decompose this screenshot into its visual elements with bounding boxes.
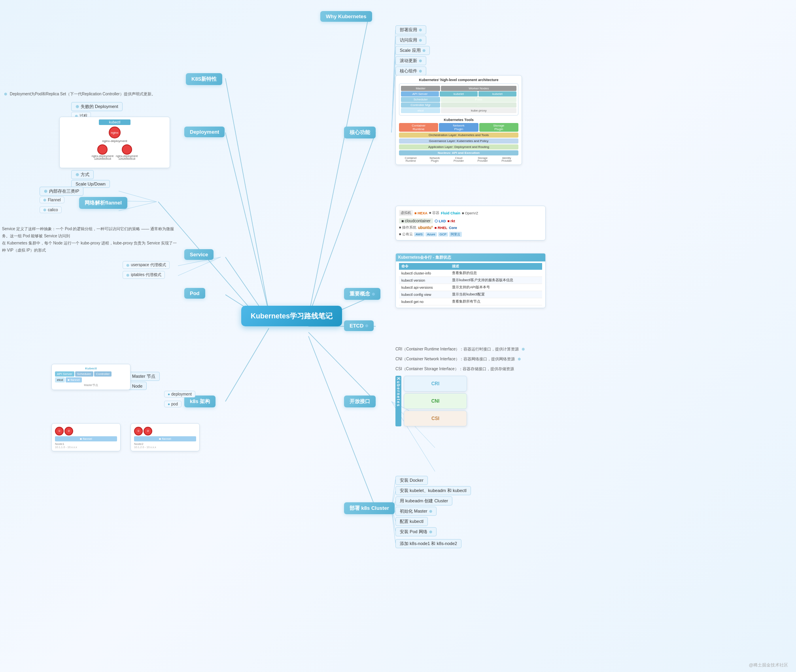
node-service: Service bbox=[184, 249, 214, 260]
table-row: kubectl version 显示kubectl客户支持的服务器版本信息 bbox=[399, 277, 542, 284]
node-network: 网络解析flannel bbox=[79, 197, 127, 209]
node-deploy-cluster: 部署 k8s Cluster bbox=[344, 502, 395, 514]
deployment-label: Deployment bbox=[190, 129, 219, 135]
cluster-status-title: Kubernetes会令行 - 集群状态 bbox=[396, 254, 545, 261]
cri-box: CRI bbox=[404, 376, 467, 392]
node-add-nodes: 添加 k8s-node1 和 k8s-node2 bbox=[395, 539, 461, 548]
worker-node-1-diagram: ① ② ■ flannel Node1 10.1.1.0 - 10.x.x.x bbox=[51, 423, 121, 451]
col-desc: 描述 bbox=[450, 263, 542, 270]
cni-desc: CNI（Container Network Interface）：容器网络接口，… bbox=[395, 356, 521, 362]
why-label: Why Kubernetes bbox=[326, 13, 367, 19]
node-failed-deploy: ⊕ 失败的 Deployment bbox=[71, 102, 123, 111]
service-desc: Service 定义了这样一种抽象：一个 Pod 的逻辑分组，一种可以访问它们的… bbox=[2, 225, 180, 254]
node-install-docker: 安装 Docker bbox=[395, 476, 428, 485]
svg-line-2 bbox=[225, 78, 269, 312]
csi-box: CSI bbox=[404, 411, 467, 426]
node-core-components: 核心组件 ⊕ bbox=[395, 66, 426, 76]
node-calico: ⊕ calico bbox=[40, 206, 62, 213]
node-etcd: ETCD ⊕ bbox=[344, 320, 374, 331]
col-command: 命令 bbox=[399, 263, 450, 270]
svg-line-14 bbox=[391, 50, 395, 133]
core-label: 核心功能 bbox=[350, 129, 370, 136]
node-access-app: 访问应用 ⊕ bbox=[395, 36, 426, 45]
deployment-diagram: kubectl nginx nginx-deployment nginx-dep… bbox=[59, 117, 170, 168]
table-row: kubectl cluster-info 查看集群的信息 bbox=[399, 270, 542, 277]
node-deployment: Deployment bbox=[184, 127, 225, 137]
node-iptables: ⊕ iptables 代理模式 bbox=[123, 271, 165, 279]
openapi-boxes: Kubernetes CRI CNI CSI bbox=[395, 376, 467, 426]
node-k8snew: K8S新特性 bbox=[186, 73, 222, 85]
svg-line-18 bbox=[178, 257, 221, 276]
k8s-vertical-label: Kubernetes bbox=[395, 376, 401, 426]
svg-line-15 bbox=[391, 59, 395, 133]
node-create-cluster: 用 kubeadm 创建 Cluster bbox=[395, 496, 452, 505]
node-openapi: 开放接口 bbox=[344, 396, 376, 407]
svg-line-0 bbox=[308, 21, 368, 316]
cri-desc: CRI（Container Runtime Interface）：容器运行时接口… bbox=[395, 346, 525, 352]
svg-line-10 bbox=[308, 332, 376, 401]
center-node: Kubernetes学习路线笔记 bbox=[241, 306, 342, 326]
csi-desc: CSI（Container Storage Interface）：容器存储接口，… bbox=[395, 366, 514, 372]
node-install-pod-network: 安装 Pod 网络 ⊕ bbox=[395, 527, 437, 536]
node-scale-app: Scale 应用 ⊕ bbox=[395, 46, 430, 55]
deployment-desc: ⊕ Deployment为Pod和Replica Set（下一代Replicat… bbox=[4, 91, 155, 97]
center-label: Kubernetes学习路线笔记 bbox=[251, 311, 333, 321]
cluster-table: 命令 描述 kubectl cluster-info 查看集群的信息 kubec… bbox=[399, 263, 542, 305]
node-three-ip: ⊕ 内部存在三类IP bbox=[40, 187, 83, 196]
table-row: kubectl api-versions 显示支持的API版本本号 bbox=[399, 284, 542, 291]
k8snew-label: K8S新特性 bbox=[191, 76, 217, 83]
pod-label: Pod bbox=[190, 290, 200, 296]
node-config-kubectl: 配置 kubectl bbox=[395, 517, 428, 526]
master-node-diagram: Kubectl API Server Scheduler Controller … bbox=[51, 364, 130, 390]
svg-line-16 bbox=[391, 70, 395, 133]
node-flannel: ⊕ Flannel bbox=[40, 197, 64, 203]
etcd-label: ETCD bbox=[350, 323, 363, 329]
runtime-logos-box: 虚拟机 ■ HEXA ■ 容器 Fluid Chain ■ OpenVZ ■ c… bbox=[395, 206, 546, 240]
node-core: 核心功能 bbox=[344, 127, 376, 138]
node-rolling-update: 滚动更新 ⊕ bbox=[395, 56, 426, 65]
node-why: Why Kubernetes bbox=[320, 11, 372, 22]
k8sarch-label: k8s 架构 bbox=[190, 398, 210, 405]
svg-line-3 bbox=[225, 133, 269, 312]
arch-diagram-box: Kubernetes' high-level component archite… bbox=[395, 75, 522, 165]
cni-box: CNI bbox=[404, 393, 467, 409]
node-important: 重要概念 ⊕ bbox=[344, 288, 380, 300]
important-label: 重要概念 bbox=[350, 290, 370, 297]
svg-line-11 bbox=[308, 336, 376, 508]
node-deployment-item: ● deployment bbox=[164, 391, 195, 398]
node-userspace: ⊕ userspace 代理模式 bbox=[123, 261, 170, 269]
svg-line-13 bbox=[391, 40, 395, 133]
node-pod-item: ● pod bbox=[164, 401, 182, 407]
node-install-k8s-tools: 安装 kubelet、kubeadm 和 kubectl bbox=[395, 486, 471, 495]
watermark: @稀土掘金技术社区 bbox=[749, 662, 788, 668]
deploy-cluster-label: 部署 k8s Cluster bbox=[350, 505, 389, 512]
table-row: kubectl get no 查看集群所有节点 bbox=[399, 298, 542, 305]
service-label: Service bbox=[190, 252, 208, 257]
node-pod: Pod bbox=[184, 288, 205, 299]
table-row: kubectl config view 显示当前kubectl配置 bbox=[399, 291, 542, 298]
worker-node-2-diagram: ① ② ■ flannel Node2 10.1.2.0 - 10.x.x.x bbox=[130, 423, 200, 451]
openapi-label: 开放接口 bbox=[350, 398, 370, 405]
node-way: ⊕ 方式 bbox=[71, 170, 94, 179]
node-deploy-app: 部署应用 ⊕ bbox=[395, 25, 426, 34]
cluster-status-box: Kubernetes会令行 - 集群状态 命令 描述 kubectl clust… bbox=[395, 253, 546, 308]
svg-line-9 bbox=[225, 328, 269, 401]
network-label: 网络解析flannel bbox=[85, 199, 122, 206]
node-init-master: 初始化 Master ⊕ bbox=[395, 507, 437, 516]
svg-line-12 bbox=[391, 30, 395, 133]
mindmap-container: Kubernetes学习路线笔记 Why Kubernetes 核心功能 部署应… bbox=[0, 0, 796, 672]
